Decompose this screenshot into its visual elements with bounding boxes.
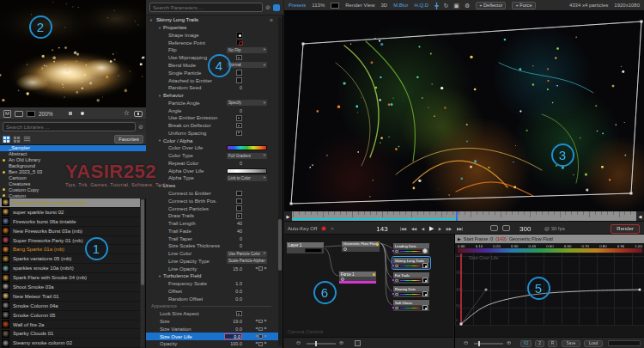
preset-list-item[interactable]: Fireworks burst 06a tintable: [0, 217, 140, 227]
stepper-right-icon[interactable]: ▶: [264, 335, 267, 339]
zoom-slider-thumb[interactable]: [315, 341, 317, 346]
emitter-output-dot[interactable]: [376, 243, 379, 246]
preview-zoom-level[interactable]: 200%: [39, 111, 53, 117]
stepper-left-icon[interactable]: ◀: [255, 335, 258, 339]
parameter-row-draw-trails[interactable]: Draw Trails▪: [146, 212, 278, 220]
favorites-filter-button[interactable]: Favorites: [114, 135, 143, 143]
curve-preset-name-input[interactable]: [608, 340, 641, 346]
panel-options-button[interactable]: [273, 4, 280, 11]
collapse-triangle-icon[interactable]: ▶: [458, 236, 461, 241]
system-color-gradient[interactable]: [399, 265, 422, 268]
node-input-dot[interactable]: [392, 264, 395, 267]
divide-2-button[interactable]: 2: [535, 340, 544, 347]
preset-list-item[interactable]: Smoke Column 04a: [0, 302, 140, 311]
parameter-checkbox[interactable]: ▪: [236, 311, 242, 317]
auto-key-toggle[interactable]: Auto-Key Off: [288, 226, 317, 231]
preset-list-item[interactable]: Bang Sparks 01a (mb): [0, 245, 140, 254]
layer-node[interactable]: Layer 1: [286, 241, 325, 253]
preset-list-item[interactable]: Spark Flare with Smoke 04 (mb): [0, 273, 140, 283]
preset-list-item[interactable]: New Meteor Trail 01: [0, 292, 140, 302]
clear-parameter-search-icon[interactable]: ⊘: [265, 4, 270, 10]
parameter-value[interactable]: 0: [223, 236, 242, 241]
parameter-value[interactable]: 1.0: [223, 281, 242, 286]
layers-icon[interactable]: ▣: [453, 3, 459, 9]
parameter-checkbox[interactable]: ▪: [236, 213, 242, 219]
system-shape-swatch[interactable]: [422, 278, 428, 283]
parameter-row-color-alpha[interactable]: ▼Color / Alpha: [146, 137, 278, 144]
preset-list-item[interactable]: super sparkle burst 02: [0, 208, 140, 217]
system-color-gradient[interactable]: [399, 250, 422, 253]
stepper-left-icon[interactable]: ◀: [255, 267, 258, 271]
preset-list-item[interactable]: Super Fireworks Party 01 (mb): [0, 236, 140, 246]
preview-bg-color-swatch[interactable]: [27, 111, 35, 117]
parameter-dropdown[interactable]: Specify▾: [227, 100, 267, 106]
parameter-row-alpha-over-life[interactable]: Alpha Over Life: [146, 167, 278, 174]
parameter-row-particle-angle[interactable]: Particle AngleSpecify▾: [146, 99, 278, 107]
parameter-row-lines[interactable]: ▼Lines: [146, 182, 278, 190]
color-over-life-gradient-bar[interactable]: [458, 248, 642, 253]
hq-dof-toggle[interactable]: H.Q.D: [415, 3, 429, 8]
parameter-row-attached-to-emitter[interactable]: Attached to Emitter: [146, 76, 278, 84]
parameter-row-trail-taper[interactable]: Trail Taper0: [146, 235, 278, 242]
stepper-graph-icon[interactable]: [258, 266, 263, 271]
parameter-dropdown[interactable]: Normal▾: [227, 62, 267, 68]
parameter-row-properties[interactable]: ▼Properties: [146, 24, 278, 32]
stepper-graph-icon[interactable]: [258, 334, 263, 339]
parameter-row-random-offset[interactable]: Random Offset0.0: [146, 295, 278, 302]
preset-list-item[interactable]: New Fireworks Burst 03a (mb): [0, 227, 140, 236]
system-color-gradient[interactable]: [399, 293, 422, 296]
node-input-dot[interactable]: [392, 292, 395, 296]
play-icon[interactable]: ▶: [429, 225, 434, 232]
parameter-row-connect-to-birth-pos-[interactable]: Connect to Birth Pos.: [146, 197, 278, 205]
parameter-value[interactable]: 19.0: [223, 319, 242, 324]
visibility-eye-icon[interactable]: [395, 250, 398, 253]
preset-list-scrollbar[interactable]: [141, 199, 144, 347]
jump-start-icon[interactable]: |◀◀: [400, 227, 406, 231]
library-category-item[interactable]: An Old Library: [0, 157, 146, 163]
parameter-row-uniform-spacing[interactable]: Uniform Spacing▪: [146, 129, 278, 137]
snapshot-camera-icon[interactable]: [134, 111, 143, 117]
preset-list-item[interactable]: Smoke Column 05: [0, 311, 140, 321]
parameter-row-size[interactable]: Size19.0◀▶: [146, 318, 278, 326]
zoom-in-icon[interactable]: ⊕: [339, 340, 343, 346]
settings-gear-icon[interactable]: ⚙: [465, 3, 470, 9]
parameter-row-use-emitter-emission[interactable]: Use Emitter Emission▪: [146, 114, 278, 122]
viewport-zoom-level[interactable]: 113%: [312, 3, 325, 8]
parameter-row-shape-image[interactable]: Shape Image: [146, 32, 278, 40]
stepper-right-icon[interactable]: ▶: [264, 267, 267, 271]
next-keyframe-icon[interactable]: ▶▶: [447, 227, 452, 231]
group-menu-icon[interactable]: ≡: [270, 17, 273, 23]
parameter-row-trail-fade[interactable]: Trail Fade40: [146, 227, 278, 235]
stepper-graph-icon[interactable]: [258, 342, 263, 346]
particle-dot-icon[interactable]: [81, 112, 84, 115]
parameter-row-skinny-long-trails[interactable]: ▼Skinny Long Trails≡: [146, 16, 278, 24]
parameter-row-color-over-life[interactable]: Color Over Life: [146, 144, 278, 152]
stepper-graph-icon[interactable]: [258, 320, 263, 324]
parameter-value[interactable]: 0: [223, 243, 242, 248]
display-icon[interactable]: [15, 111, 23, 117]
stepper-right-icon[interactable]: ▶: [264, 342, 267, 345]
collapse-triangle-icon[interactable]: ▼: [158, 26, 161, 30]
library-category-item[interactable]: Background: [0, 163, 146, 169]
parameter-checkbox[interactable]: ▪: [236, 55, 242, 61]
preset-preview-canvas[interactable]: [0, 0, 146, 107]
node-graph[interactable]: Layer 1 Geometric Flow Fluid Force 1 Lea…: [284, 235, 453, 348]
parameter-row-turbulence-field[interactable]: ▼Turbulence Field: [146, 272, 278, 280]
curve-zoom-slider-thumb[interactable]: [478, 341, 480, 346]
parameter-value[interactable]: 0: [223, 85, 242, 90]
stepper-right-icon[interactable]: ▶: [264, 327, 267, 331]
parameter-row-size-scales-thickness[interactable]: Size Scales Thickness0: [146, 242, 278, 250]
visibility-eye-icon[interactable]: [395, 265, 398, 268]
system-color-gradient[interactable]: [399, 307, 422, 310]
visibility-eye-icon[interactable]: [395, 307, 398, 310]
parameter-row-connect-particles[interactable]: Connect Particles: [146, 205, 278, 212]
system-shape-swatch[interactable]: [422, 248, 428, 253]
parameter-dropdown[interactable]: Scale Particle Alpha▾: [227, 258, 267, 264]
parameter-value[interactable]: 0.0: [224, 333, 242, 339]
system-shape-swatch[interactable]: [422, 263, 428, 268]
parameter-row-appearance[interactable]: Appearance: [146, 302, 278, 310]
favorite-star-icon[interactable]: ☆: [124, 110, 130, 117]
thumbnail-view-icon[interactable]: [13, 136, 21, 143]
curve-zoom-in-icon[interactable]: ⊕: [507, 340, 511, 346]
force-output-dot[interactable]: [373, 273, 375, 276]
